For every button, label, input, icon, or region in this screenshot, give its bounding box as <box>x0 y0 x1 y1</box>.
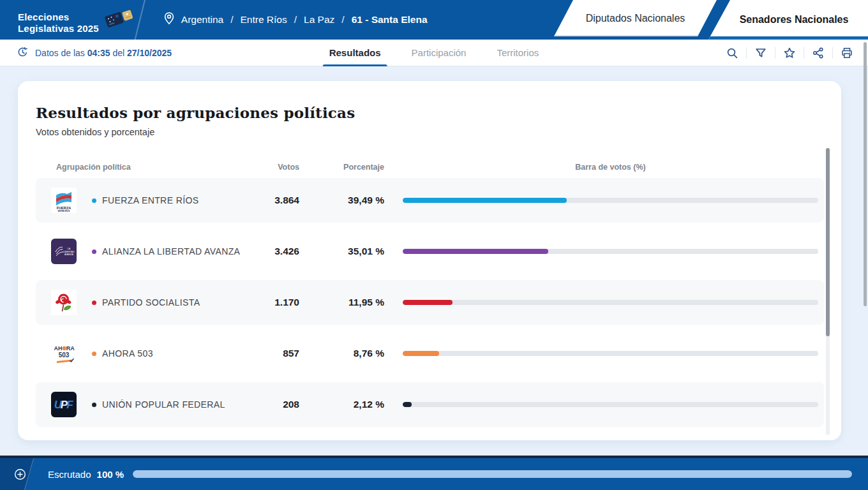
table-row[interactable]: LALIBERTADAVANZA ALIANZA LA LIBERTAD AVA… <box>36 229 824 274</box>
toolbar-divider <box>746 47 747 59</box>
breadcrumb-item-department[interactable]: La Paz <box>304 14 334 26</box>
table-row[interactable]: FUERZAENTRE RÍOS FUERZA ENTRE RÍOS 3.864… <box>36 178 824 223</box>
party-percentage: 8,76 % <box>299 348 384 359</box>
svg-text:LA: LA <box>68 248 71 250</box>
party-name: PARTIDO SOCIALISTA <box>102 297 200 308</box>
party-name: FUERZA ENTRE RÍOS <box>102 195 198 205</box>
svg-text:FUERZA: FUERZA <box>57 206 71 210</box>
tab-diputados-nacionales[interactable]: Diputados Nacionales <box>554 0 717 36</box>
party-votes: 857 <box>251 348 299 359</box>
main-content: Resultados por agrupaciones políticas Vo… <box>0 66 868 440</box>
table-row[interactable]: UPF UNIÓN POPULAR FEDERAL 208 2,12 % <box>36 382 824 427</box>
results-table: Agrupación política Votos Porcentaje Bar… <box>36 156 824 427</box>
col-header-bar: Barra de votos (%) <box>384 163 818 172</box>
breadcrumb-item-province[interactable]: Entre Ríos <box>241 14 287 26</box>
card-scrollbar-track[interactable] <box>826 148 830 435</box>
vote-bar <box>384 351 818 356</box>
col-header-votes: Votos <box>251 163 299 172</box>
party-color-dot <box>92 352 96 356</box>
results-card: Resultados por agrupaciones políticas Vo… <box>18 81 841 440</box>
toolbar-divider <box>775 47 775 59</box>
svg-text:RA: RA <box>66 345 75 352</box>
party-name: UNIÓN POPULAR FEDERAL <box>102 399 225 410</box>
svg-text:ENTRE RÍOS: ENTRE RÍOS <box>58 209 70 212</box>
table-header-row: Agrupación política Votos Porcentaje Bar… <box>36 156 824 178</box>
ballot-cards-icon <box>101 6 138 36</box>
party-logo <box>51 290 77 315</box>
tab-diputados-label: Diputados Nacionales <box>586 13 685 24</box>
breadcrumb-current-locality: 61 - Santa Elena <box>352 14 428 26</box>
table-row[interactable]: PARTIDO SOCIALISTA 1.170 11,95 % <box>36 280 824 325</box>
tab-territorios[interactable]: Territorios <box>493 40 542 66</box>
page-scrollbar-thumb[interactable] <box>864 42 867 306</box>
card-scrollbar-thumb[interactable] <box>826 148 830 336</box>
subheader-bar: Datos de las 04:35 del 27/10/2025 Result… <box>0 40 868 66</box>
breadcrumb-item-country[interactable]: Argentina <box>181 14 223 26</box>
party-votes: 3.426 <box>251 246 299 257</box>
vote-bar <box>384 402 818 407</box>
party-percentage: 2,12 % <box>299 399 384 410</box>
vote-bar <box>384 198 818 203</box>
escrutado-value: 100 % <box>97 469 124 480</box>
vote-bar-fill <box>403 351 439 356</box>
location-pin-icon <box>163 11 176 29</box>
party-logo: AHRA503 <box>51 341 77 366</box>
app-logo-text: Elecciones Legislativas 2025 <box>18 4 99 34</box>
party-percentage: 11,95 % <box>299 297 384 308</box>
footer-bar: Escrutado 100 % <box>0 458 868 490</box>
party-color-dot <box>92 301 96 305</box>
tab-senadores-label: Senadores Nacionales <box>740 14 849 26</box>
party-percentage: 39,49 % <box>299 195 384 206</box>
share-icon[interactable] <box>811 46 825 60</box>
svg-text:F: F <box>66 399 73 411</box>
party-logo: LALIBERTADAVANZA <box>51 239 77 264</box>
svg-text:AH: AH <box>54 345 63 352</box>
favorite-star-icon[interactable] <box>782 46 797 60</box>
vote-bar-fill <box>403 300 453 305</box>
party-color-dot <box>92 198 96 203</box>
view-tabs: Resultados Participación Territorios <box>326 40 543 66</box>
search-icon[interactable] <box>725 46 739 60</box>
vote-bar-fill <box>403 198 567 203</box>
col-header-party: Agrupación política <box>51 163 251 172</box>
escrutado-progress-track <box>133 470 852 478</box>
col-header-percentage: Porcentaje <box>299 163 384 172</box>
breadcrumb-separator: / <box>230 14 233 26</box>
vote-bar-fill <box>403 249 548 254</box>
party-votes: 208 <box>251 399 299 410</box>
vote-bar-track <box>403 402 818 407</box>
vote-bar-track <box>403 300 818 305</box>
svg-text:AVANZA: AVANZA <box>64 253 73 256</box>
party-percentage: 35,01 % <box>299 246 384 257</box>
party-logo: FUERZAENTRE RÍOS <box>51 188 77 213</box>
party-name: ALIANZA LA LIBERTAD AVANZA <box>102 246 240 256</box>
tab-resultados[interactable]: Resultados <box>326 40 385 66</box>
vote-bar <box>384 300 818 305</box>
toolbar-divider <box>804 47 804 59</box>
party-color-dot <box>92 249 96 254</box>
party-logo: UPF <box>51 392 77 417</box>
toolbar <box>725 46 854 60</box>
party-votes: 3.864 <box>251 195 299 206</box>
print-icon[interactable] <box>840 46 854 60</box>
clock-refresh-icon <box>17 46 29 60</box>
breadcrumb-separator: / <box>294 14 297 26</box>
tab-senadores-nacionales[interactable]: Senadores Nacionales <box>708 0 868 40</box>
party-color-dot <box>92 403 96 407</box>
escrutado-label: Escrutado <box>48 469 91 480</box>
vote-bar-track <box>403 198 818 203</box>
party-name: AHORA 503 <box>102 348 153 359</box>
filter-icon[interactable] <box>754 46 768 60</box>
expand-plus-icon[interactable] <box>14 468 26 480</box>
vote-bar-fill <box>403 402 412 407</box>
toolbar-divider <box>832 47 833 59</box>
escrutado-progress-fill <box>133 470 852 478</box>
svg-text:503: 503 <box>59 352 70 359</box>
party-votes: 1.170 <box>251 297 299 308</box>
card-title: Resultados por agrupaciones políticas <box>36 104 824 121</box>
escrutado-status: Escrutado 100 % <box>48 469 124 480</box>
table-row[interactable]: AHRA503 AHORA 503 857 8,76 % <box>36 331 824 376</box>
results-rows: FUERZAENTRE RÍOS FUERZA ENTRE RÍOS 3.864… <box>36 178 824 427</box>
tab-participacion[interactable]: Participación <box>408 40 470 66</box>
breadcrumb-separator: / <box>341 14 344 26</box>
